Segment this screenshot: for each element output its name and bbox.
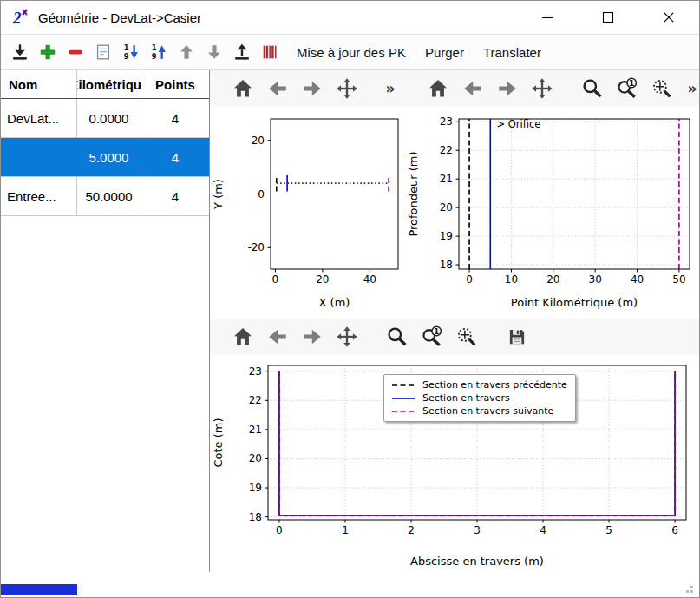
move-down-icon[interactable] (202, 39, 226, 65)
move-up-icon[interactable] (174, 39, 199, 65)
plot-profile[interactable]: 01020304050181920212223Point Kilométriqu… (405, 107, 698, 315)
column-header-nom[interactable]: Nom (1, 70, 77, 98)
svg-text:21: 21 (249, 424, 262, 436)
back-icon[interactable] (265, 77, 289, 101)
pan-icon[interactable] (530, 77, 553, 101)
column-header-points[interactable]: Points (141, 70, 209, 98)
resize-grip[interactable] (683, 582, 694, 594)
svg-text:23: 23 (440, 115, 453, 128)
export-icon[interactable] (230, 39, 254, 65)
save-icon[interactable] (505, 325, 528, 349)
maximize-icon (602, 11, 614, 23)
forward-icon[interactable] (495, 77, 519, 101)
zoom-rect-icon[interactable] (650, 77, 673, 101)
minimize-button[interactable] (517, 1, 578, 34)
svg-text:20: 20 (252, 135, 265, 147)
svg-text:1: 1 (342, 524, 349, 536)
svg-text:0: 0 (272, 273, 279, 286)
svg-text:9: 9 (124, 52, 129, 61)
forward-icon[interactable] (300, 325, 324, 349)
window-title: Géométrie - DevLat->Casier (38, 10, 201, 25)
sort-desc-icon[interactable]: 19 (119, 39, 143, 65)
svg-text:9: 9 (152, 52, 157, 61)
mpl-toolbar-profile: 1» (405, 70, 700, 107)
zoom-icon[interactable] (580, 77, 604, 101)
edit-icon[interactable] (91, 39, 115, 65)
svg-text:5: 5 (605, 524, 612, 536)
left-bottom-area (1, 572, 210, 597)
svg-text:2: 2 (408, 524, 415, 536)
toolbar-button-maj-pk[interactable]: Mise à jour des PK (289, 39, 414, 66)
section-plot-wrap: 0123456181920212223Abscisse en travers (… (210, 355, 700, 577)
cell-nom[interactable]: DevLat... (1, 99, 77, 137)
xy-plot-panel: » 02040-20020X (m)Y (m) (210, 70, 405, 319)
pan-icon[interactable] (335, 325, 358, 349)
mpl-toolbar-section: 1 (210, 319, 700, 355)
section-plot-panel: 1 0123456181920212223Abscisse en travers… (210, 319, 700, 577)
zoom-one-icon[interactable]: 1 (420, 325, 443, 349)
profile-plot-wrap: 01020304050181920212223Point Kilométriqu… (405, 107, 700, 319)
svg-text:20: 20 (316, 273, 329, 286)
svg-text:19: 19 (440, 230, 453, 242)
svg-text:23: 23 (249, 365, 262, 378)
legend-entry: Section en travers suivante (390, 404, 567, 417)
maximize-button[interactable] (578, 1, 638, 34)
svg-text:X (m): X (m) (319, 296, 350, 309)
cell-points[interactable]: 4 (141, 177, 209, 215)
close-button[interactable] (638, 1, 699, 34)
app-window: 2 Géométrie - DevLat->Casier 1919Mise à … (0, 0, 700, 598)
zoom-one-icon[interactable]: 1 (615, 77, 638, 101)
toolbar-button-translater[interactable]: Translater (475, 39, 549, 66)
cell-nom[interactable]: Entree... (1, 177, 77, 215)
home-icon[interactable] (231, 325, 254, 349)
legend-line-sample (390, 381, 416, 390)
add-icon[interactable] (36, 39, 60, 65)
cell-points[interactable]: 4 (141, 138, 209, 176)
cell-pk[interactable]: 5.0000 (77, 138, 141, 176)
titlebar: 2 Géométrie - DevLat->Casier (1, 1, 699, 34)
legend-label: Section en travers (422, 392, 510, 404)
bottom-blue-bar[interactable] (1, 584, 77, 595)
remove-icon[interactable] (63, 39, 88, 65)
zoom-rect-icon[interactable] (455, 325, 478, 349)
svg-text:40: 40 (363, 273, 376, 286)
back-icon[interactable] (265, 325, 289, 349)
pan-icon[interactable] (335, 77, 358, 101)
svg-text:20: 20 (249, 452, 262, 464)
back-icon[interactable] (461, 77, 484, 101)
svg-text:22: 22 (440, 144, 453, 156)
home-icon[interactable] (426, 77, 449, 101)
cell-pk[interactable]: 0.0000 (77, 99, 141, 137)
svg-text:-20: -20 (247, 241, 265, 253)
close-icon (663, 11, 675, 23)
table-row[interactable]: Entree...50.00004 (1, 177, 209, 216)
svg-text:40: 40 (631, 273, 644, 286)
zoom-icon[interactable] (385, 325, 409, 349)
left-column: NomKilométriquePoints DevLat...0.000045.… (1, 70, 210, 597)
plot-legend: Section en travers précédenteSection en … (383, 374, 576, 422)
svg-text:Profondeur (m): Profondeur (m) (407, 151, 420, 236)
toolbar-button-purger[interactable]: Purger (417, 39, 472, 66)
cell-nom[interactable] (1, 138, 77, 176)
svg-text:18: 18 (249, 511, 262, 523)
svg-text:4: 4 (540, 524, 546, 536)
svg-text:20: 20 (546, 273, 559, 286)
barcode-icon[interactable] (258, 39, 282, 65)
table-row[interactable]: 5.00004 (1, 138, 209, 177)
forward-icon[interactable] (300, 77, 324, 101)
svg-text:50: 50 (672, 273, 685, 286)
svg-text:6: 6 (671, 524, 678, 536)
svg-text:22: 22 (249, 394, 262, 406)
home-icon[interactable] (231, 77, 254, 101)
overflow-icon[interactable]: » (383, 77, 398, 101)
plot-xy[interactable]: 02040-20020X (m)Y (m) (210, 107, 405, 315)
column-header-pk[interactable]: Kilométrique (77, 70, 141, 98)
cell-pk[interactable]: 50.0000 (77, 177, 141, 215)
sort-asc-icon[interactable]: 19 (147, 39, 171, 65)
svg-text:2: 2 (12, 9, 22, 27)
svg-text:0: 0 (466, 273, 473, 286)
overflow-icon[interactable]: » (684, 77, 700, 101)
table-row[interactable]: DevLat...0.00004 (1, 99, 209, 138)
import-icon[interactable] (8, 39, 32, 65)
cell-points[interactable]: 4 (141, 99, 209, 137)
